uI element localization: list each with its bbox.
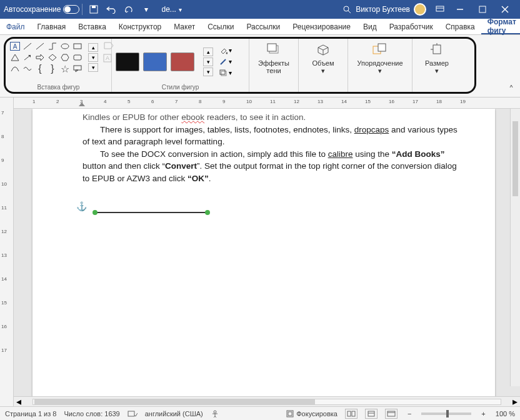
- zoom-level[interactable]: 100 %: [496, 410, 515, 418]
- resize-handle-left[interactable]: [92, 210, 98, 215]
- anchor-icon[interactable]: ⚓: [76, 200, 87, 212]
- autosave-toggle[interactable]: Автосохранение: [4, 5, 79, 14]
- language-indicator[interactable]: английский (США): [145, 410, 203, 418]
- tab-design[interactable]: Конструктор: [112, 19, 168, 34]
- tab-insert[interactable]: Вставка: [72, 19, 112, 34]
- document-title[interactable]: de... ▾: [161, 5, 181, 14]
- collapse-ribbon-icon[interactable]: ˄: [506, 84, 516, 94]
- tab-review[interactable]: Рецензирование: [286, 19, 357, 34]
- tab-shape-format[interactable]: Формат фигу: [481, 19, 520, 34]
- minimize-button[interactable]: [449, 0, 471, 19]
- close-button[interactable]: [494, 0, 516, 19]
- svg-rect-29: [268, 44, 276, 51]
- shape-star[interactable]: ☆: [59, 64, 71, 74]
- view-print-icon[interactable]: [365, 409, 378, 419]
- shape-effects-icon[interactable]: ▾: [219, 69, 232, 78]
- svg-rect-7: [479, 6, 486, 12]
- shape-line[interactable]: [22, 41, 33, 51]
- shape-callout[interactable]: [72, 64, 83, 74]
- shape-fill-icon[interactable]: ▾: [219, 46, 232, 55]
- shape-connector[interactable]: [47, 41, 58, 51]
- tab-mailings[interactable]: Рассылки: [240, 19, 286, 34]
- svg-rect-38: [288, 412, 292, 416]
- svg-line-11: [36, 43, 44, 49]
- shape-textbox[interactable]: A: [9, 41, 21, 51]
- tab-view[interactable]: Вид: [357, 19, 383, 34]
- svg-point-25: [226, 52, 228, 54]
- vertical-ruler[interactable]: 7891011121314151617: [0, 98, 14, 406]
- view-read-icon[interactable]: [345, 409, 358, 419]
- shape-brace-l[interactable]: {: [34, 64, 46, 74]
- styles-scroll-up[interactable]: ▴: [203, 48, 213, 56]
- shape-hexagon[interactable]: [59, 52, 71, 62]
- shapes-more-icon[interactable]: ▾: [88, 63, 98, 72]
- resize-handle-right[interactable]: [205, 210, 210, 215]
- spell-check-icon[interactable]: [128, 410, 138, 418]
- redo-icon[interactable]: [122, 2, 136, 16]
- vertical-scrollbar[interactable]: [510, 109, 520, 386]
- arrange-button[interactable]: Упорядочение▾: [352, 41, 408, 74]
- shape-diamond[interactable]: [47, 52, 58, 62]
- horizontal-scrollbar[interactable]: ◂ ▸: [14, 396, 520, 406]
- page-indicator[interactable]: Страница 1 из 8: [5, 410, 56, 418]
- shape-roundrect[interactable]: [72, 52, 83, 62]
- shadow-effects-button[interactable]: Эффекты тени: [253, 41, 294, 74]
- svg-rect-41: [368, 411, 374, 416]
- shape-rect[interactable]: [72, 41, 83, 51]
- style-swatch-3[interactable]: [171, 52, 194, 71]
- qat-more-icon[interactable]: ▾: [139, 2, 153, 16]
- styles-more-icon[interactable]: ▾: [203, 68, 213, 76]
- shape-wave[interactable]: [22, 64, 33, 74]
- group-label-insert-shapes: Вставка фигур: [6, 84, 111, 91]
- svg-rect-43: [388, 411, 395, 416]
- 3d-effects-button[interactable]: Объем▾: [302, 41, 344, 74]
- zoom-in-button[interactable]: +: [479, 410, 488, 418]
- shape-curve[interactable]: [9, 64, 21, 74]
- shapes-scroll-down[interactable]: ▾: [88, 53, 98, 62]
- shape-outline-icon[interactable]: ▾: [219, 58, 232, 66]
- shadow-icon: [266, 41, 282, 58]
- undo-icon[interactable]: [104, 2, 118, 16]
- tab-developer[interactable]: Разработчик: [383, 19, 439, 34]
- tab-help[interactable]: Справка: [439, 19, 481, 34]
- group-insert-shapes: A { } ☆: [6, 39, 112, 92]
- tab-layout[interactable]: Макет: [168, 19, 201, 34]
- accessibility-icon[interactable]: [211, 410, 219, 418]
- shapes-gallery[interactable]: A { } ☆: [9, 41, 83, 74]
- tab-file[interactable]: Файл: [0, 19, 31, 34]
- styles-scroll-down[interactable]: ▾: [203, 58, 213, 66]
- view-web-icon[interactable]: [385, 409, 398, 419]
- group-3d: Объем▾: [299, 39, 348, 92]
- shape-triangle[interactable]: [9, 52, 21, 62]
- maximize-button[interactable]: [471, 0, 494, 19]
- shapes-scroll-up[interactable]: ▴: [88, 43, 98, 52]
- size-button[interactable]: Размер▾: [416, 41, 458, 74]
- toggle-icon[interactable]: [63, 5, 79, 14]
- search-icon[interactable]: [340, 2, 354, 16]
- tab-home[interactable]: Главная: [31, 19, 72, 34]
- shape-block-arrow[interactable]: [34, 52, 46, 62]
- word-count[interactable]: Число слов: 1639: [64, 410, 119, 418]
- zoom-slider[interactable]: [421, 412, 471, 415]
- svg-rect-40: [352, 411, 355, 416]
- shape-line2[interactable]: [34, 41, 46, 51]
- style-swatch-1[interactable]: [116, 52, 139, 71]
- page-area[interactable]: Kindles or EPUB for other ebook readers,…: [14, 109, 520, 396]
- line-shape[interactable]: [95, 212, 208, 213]
- style-swatch-2[interactable]: [143, 52, 167, 71]
- shape-arrow[interactable]: [22, 52, 33, 62]
- ribbon-display-icon[interactable]: [433, 2, 447, 16]
- shape-brace-r[interactable]: }: [47, 64, 58, 74]
- chevron-down-icon: ▾: [179, 6, 182, 13]
- tab-references[interactable]: Ссылки: [201, 19, 240, 34]
- shape-oval[interactable]: [59, 41, 71, 51]
- svg-line-3: [348, 11, 351, 13]
- svg-point-12: [61, 44, 69, 49]
- svg-point-2: [344, 6, 349, 11]
- save-icon[interactable]: [87, 2, 101, 16]
- account-button[interactable]: Виктор Бухтеев: [356, 3, 426, 16]
- title-bar: Автосохранение ▾ de... ▾ Виктор Бухтеев: [0, 0, 520, 19]
- zoom-out-button[interactable]: −: [405, 410, 414, 418]
- horizontal-ruler[interactable]: 12345678910111213141516171819: [14, 98, 520, 109]
- focus-mode-button[interactable]: Фокусировка: [286, 410, 338, 418]
